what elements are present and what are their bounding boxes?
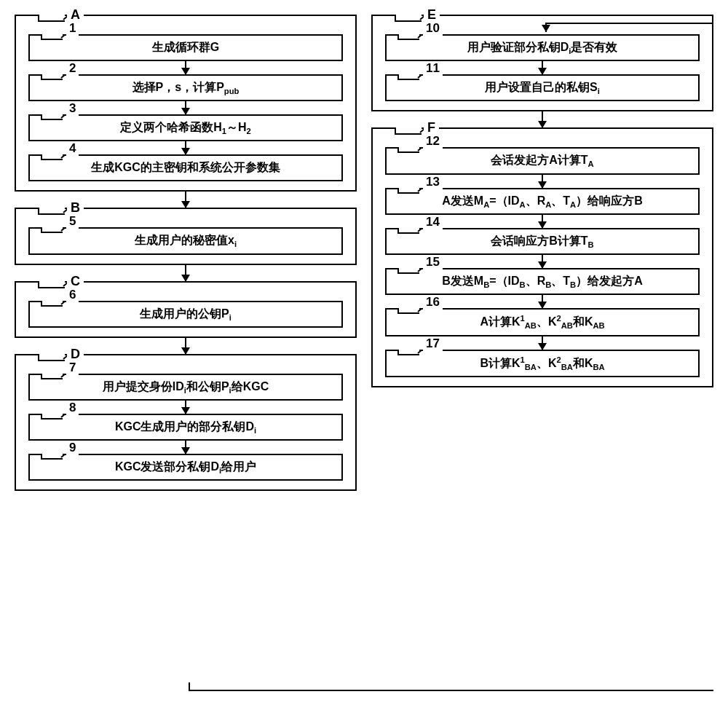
group-E: E 10 用户验证部分私钥Di是否有效 11 用户设置自己的私钥Si [371,15,713,111]
arrow [542,255,543,268]
step-4: 4 生成KGC的主密钥和系统公开参数集 [28,154,343,181]
step-13: 13 A发送MA=（IDA、RA、TA）给响应方B [385,188,700,215]
step-6: 6 生成用户的公钥Pi [28,301,343,328]
arrow [185,192,186,208]
step-12: 12 会话发起方A计算TA [385,147,700,174]
step-15: 15 B发送MB=（IDB、RB、TB）给发起方A [385,268,700,295]
group-label-A: A [67,7,84,23]
arrow [542,295,543,308]
arrow [542,336,543,350]
arrow [185,141,186,154]
arrow [185,61,186,74]
arrow [542,175,543,188]
step-1: 1 生成循环群G [28,34,343,61]
group-B: B 5 生成用户的秘密值xi [15,208,357,264]
group-D: D 7 用户提交身份IDi和公钥Pi给KGC 8 KGC生成用户的部分私钥Di … [15,354,357,492]
group-F: F 12 会话发起方A计算TA 13 A发送MA=（IDA、RA、TA）给响应方… [371,127,713,387]
group-label-C: C [67,274,84,289]
group-C: C 6 生成用户的公钥Pi [15,281,357,338]
step-14: 14 会话响应方B计算TB [385,228,700,255]
left-column: A 1 生成循环群G 2 选择P，s，计算Ppub 3 定义两个哈希函数H1～H… [15,15,357,491]
right-column: E 10 用户验证部分私钥Di是否有效 11 用户设置自己的私钥Si F 12 … [371,15,713,491]
step-2: 2 选择P，s，计算Ppub [28,74,343,101]
step-17: 17 B计算K1BA、K2BA和KBA [385,350,700,378]
step-8: 8 KGC生成用户的部分私钥Di [28,414,343,441]
step-3: 3 定义两个哈希函数H1～H2 [28,114,343,141]
arrow [542,215,543,228]
arrow [185,401,186,414]
flowchart-container: A 1 生成循环群G 2 选择P，s，计算Ppub 3 定义两个哈希函数H1～H… [15,15,713,491]
arrow [542,111,543,127]
group-A: A 1 生成循环群G 2 选择P，s，计算Ppub 3 定义两个哈希函数H1～H… [15,15,357,192]
group-label-F: F [424,120,439,135]
step-10: 10 用户验证部分私钥Di是否有效 [385,34,700,61]
arrow [185,265,186,281]
step-11: 11 用户设置自己的私钥Si [385,74,700,101]
arrow [542,61,543,74]
step-7: 7 用户提交身份IDi和公钥Pi给KGC [28,374,343,401]
group-label-D: D [67,347,84,362]
step-5: 5 生成用户的秘密值xi [28,227,343,254]
step-9: 9 KGC发送部分私钥Di给用户 [28,454,343,481]
group-label-E: E [424,7,440,23]
arrow [185,338,186,354]
arrow [185,441,186,454]
step-16: 16 A计算K1AB、K2AB和KAB [385,308,700,336]
arrow [185,101,186,114]
group-label-B: B [67,200,84,216]
